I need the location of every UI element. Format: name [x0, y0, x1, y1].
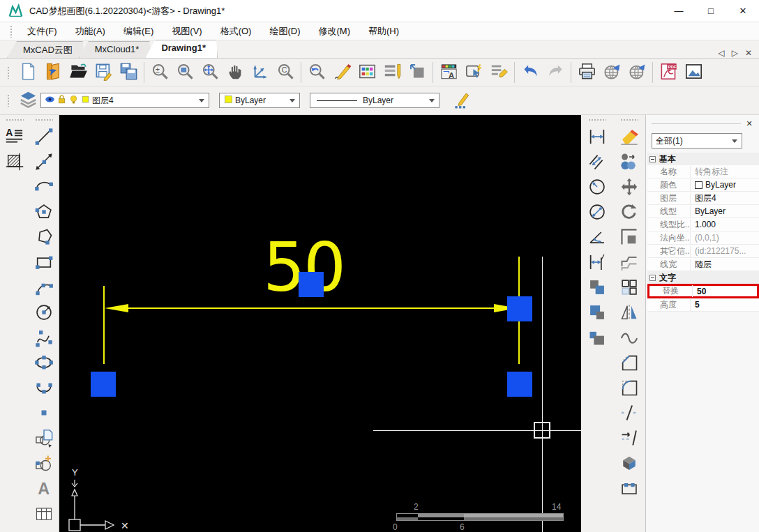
close-button[interactable]: ✕ [727, 0, 759, 22]
menu-item-5[interactable]: 格式(O) [211, 23, 261, 40]
color-select[interactable]: ByLayer [219, 93, 300, 108]
draworder-back-button[interactable] [584, 301, 610, 326]
save-as-button[interactable] [116, 61, 141, 84]
property-value[interactable]: (0,0,1) [691, 233, 719, 243]
chamfer-button[interactable] [616, 351, 642, 376]
explode-button[interactable] [616, 451, 642, 476]
property-row-名称[interactable]: 名称转角标注 [647, 165, 759, 178]
hatch-button[interactable] [1, 150, 28, 175]
polygon-irregular-button[interactable] [31, 225, 57, 250]
print-button[interactable] [574, 61, 599, 84]
linetype-select[interactable]: ByLayer [310, 93, 439, 108]
arc-button[interactable] [31, 175, 57, 200]
sketch-button[interactable] [329, 61, 354, 84]
tab-next-button[interactable]: ▷ [732, 48, 738, 58]
toolbar-drag-handle[interactable] [7, 66, 10, 79]
color-palette-button[interactable] [354, 61, 380, 84]
property-value[interactable]: (id:2122175... [691, 246, 746, 256]
construction-line-button[interactable] [31, 150, 57, 175]
table-button[interactable] [31, 501, 57, 526]
dim-continue-button[interactable] [584, 250, 610, 275]
dim-diameter-button[interactable] [584, 200, 610, 225]
publish-web-button[interactable] [599, 61, 624, 84]
property-row-线宽[interactable]: 线宽随层 [647, 258, 759, 271]
save-button[interactable] [91, 61, 116, 84]
text-style-button[interactable]: A [436, 61, 461, 84]
array-button[interactable] [616, 275, 642, 301]
arc-3point-button[interactable] [31, 275, 57, 301]
stretch-button[interactable] [616, 476, 642, 501]
ellipse-arc-button[interactable] [31, 376, 57, 401]
property-value[interactable]: 5 [691, 300, 700, 310]
revision-cloud-button[interactable] [616, 326, 642, 351]
maximize-button[interactable]: □ [695, 0, 727, 22]
single-text-button[interactable]: A [31, 476, 57, 501]
zoom-center-button[interactable]: C [273, 61, 298, 84]
document-tab[interactable]: Drawing1* [145, 40, 218, 58]
dimension-line[interactable] [128, 307, 494, 309]
menu-item-6[interactable]: 绘图(D) [260, 23, 309, 40]
select-style-button[interactable] [461, 61, 486, 84]
palette-drag-handle[interactable] [6, 119, 24, 122]
spline-button[interactable] [31, 326, 57, 351]
ucs-axes-button[interactable] [248, 61, 273, 84]
collapse-icon[interactable] [649, 275, 656, 281]
redo-button[interactable] [543, 61, 568, 84]
undo-button[interactable] [518, 61, 543, 84]
property-value[interactable]: ByLayer [691, 180, 736, 190]
mirror-button[interactable] [616, 301, 642, 326]
property-row-图层[interactable]: 图层图层4 [647, 192, 759, 205]
document-tab[interactable]: MxCloud1* [79, 41, 151, 58]
scale-button[interactable] [616, 225, 642, 250]
property-value[interactable]: ByLayer [691, 206, 726, 216]
property-row-线型比[interactable]: 线型比...1.000 [647, 218, 759, 231]
new-button[interactable] [15, 61, 40, 84]
layer-box-button[interactable] [405, 61, 430, 84]
layer-manager-button[interactable] [15, 89, 40, 112]
trim-button[interactable] [616, 426, 642, 451]
property-value[interactable]: 图层4 [691, 192, 716, 204]
zoom-extents-button[interactable] [197, 61, 223, 84]
property-row-高度[interactable]: 高度5 [647, 298, 759, 312]
ellipse-button[interactable] [31, 351, 57, 376]
property-value[interactable]: 1.000 [691, 220, 716, 229]
create-block-button[interactable] [31, 451, 57, 476]
insert-block-button[interactable] [31, 426, 57, 451]
open-drawing-button[interactable] [40, 61, 66, 84]
layerbar-drag-handle[interactable] [7, 94, 10, 107]
properties-section-header[interactable]: 文字 [647, 271, 759, 284]
linetype-manager-button[interactable] [380, 61, 405, 84]
menu-item-1[interactable]: 文件(F) [18, 23, 66, 40]
property-row-替换[interactable]: 替换50 [647, 284, 759, 298]
property-row-法向坐[interactable]: 法向坐...(0,0,1) [647, 231, 759, 245]
zoom-previous-button[interactable] [304, 61, 329, 84]
pan-button[interactable] [223, 61, 248, 84]
dim-linear-button[interactable] [584, 125, 610, 150]
format-brush-button[interactable] [486, 61, 511, 84]
grip-origin-right[interactable] [507, 372, 532, 397]
rectangle-button[interactable] [31, 250, 57, 275]
export-pdf-button[interactable]: PDF [656, 61, 681, 84]
menu-drag-handle[interactable] [10, 25, 13, 38]
dimension-extension-line-left[interactable] [103, 286, 105, 364]
selection-filter-select[interactable]: 全部(1) [652, 133, 742, 149]
zoom-window-button[interactable] [172, 61, 197, 84]
properties-close-button[interactable]: ✕ [744, 118, 755, 129]
grip-origin-left[interactable] [91, 372, 116, 397]
zoom-scale-button[interactable]: ± [147, 61, 172, 84]
line-button[interactable] [31, 125, 57, 150]
dim-angular-button[interactable] [584, 225, 610, 250]
break-button[interactable] [616, 401, 642, 426]
text-format-button[interactable]: A [1, 125, 28, 150]
palette-drag-handle[interactable] [35, 119, 53, 122]
property-value[interactable]: 随层 [691, 259, 712, 271]
erase-button[interactable] [616, 125, 642, 150]
rotate-button[interactable] [616, 200, 642, 225]
property-row-线型[interactable]: 线型ByLayer [647, 205, 759, 218]
tab-prev-button[interactable]: ◁ [718, 48, 724, 58]
fillet-button[interactable] [616, 376, 642, 401]
menu-item-2[interactable]: 功能(A) [66, 23, 114, 40]
open-web-button[interactable] [624, 61, 649, 84]
property-row-其它信[interactable]: 其它信...(id:2122175... [647, 245, 759, 258]
menu-item-3[interactable]: 编辑(E) [114, 23, 163, 40]
